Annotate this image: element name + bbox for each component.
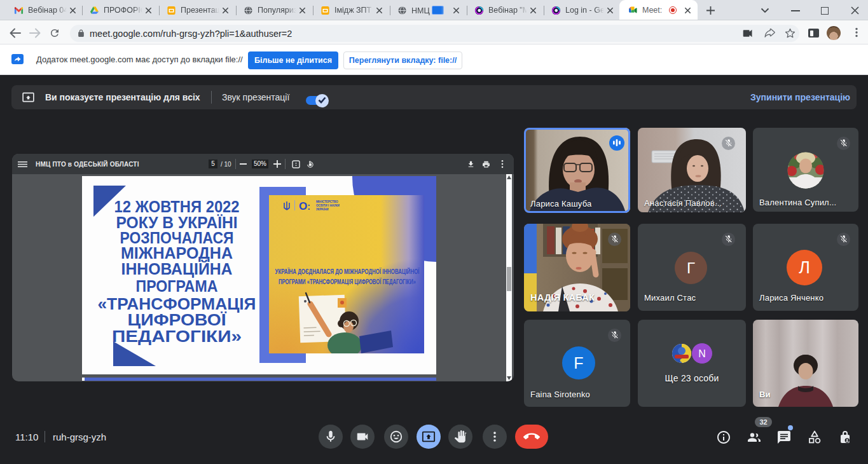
svg-text:ЦИФРОВОЇ: ЦИФРОВОЇ: [128, 311, 227, 329]
svg-text:ОСВІТИ І НАУКИ: ОСВІТИ І НАУКИ: [316, 204, 340, 207]
svg-text:УКРАЇНА ДОЄДНАЛАСЯ ДО МІЖНАРОД: УКРАЇНА ДОЄДНАЛАСЯ ДО МІЖНАРОДНОЇ ІННОВА…: [275, 268, 420, 275]
svg-text:ПЕДАГОГІКИ»: ПЕДАГОГІКИ»: [112, 327, 242, 345]
svg-text:«ТРАНСФОРМАЦІЯ: «ТРАНСФОРМАЦІЯ: [98, 295, 256, 313]
svg-text:ПРОГРАМИ «ТРАНСФОРМАЦІЯ ЦИФРОВ: ПРОГРАМИ «ТРАНСФОРМАЦІЯ ЦИФРОВОЇ ПЕДАГОГ…: [279, 278, 416, 285]
svg-text:УКРАЇНИ: УКРАЇНИ: [316, 207, 329, 211]
svg-text:МІНІСТЕРСТВО: МІНІСТЕРСТВО: [316, 200, 338, 203]
svg-text:ПРОГРАМА: ПРОГРАМА: [136, 277, 218, 295]
svg-text:О:: О:: [299, 200, 310, 212]
svg-text:ІННОВАЦІЙНА: ІННОВАЦІЙНА: [121, 259, 233, 278]
